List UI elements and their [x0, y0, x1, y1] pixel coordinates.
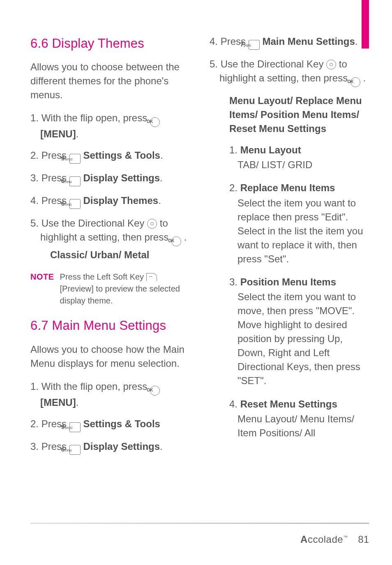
- sub-item: 4. Reset Menu SettingsMenu Layout/ Menu …: [229, 397, 369, 440]
- step: 5. Use the Directional Key to highlight …: [30, 216, 190, 262]
- page-footer: Accolade™ 81: [300, 534, 369, 545]
- sub-item: 2. Replace Menu ItemsSelect the item you…: [229, 181, 369, 266]
- intro-6-7: Allows you to choose how the Main Menu d…: [30, 343, 190, 370]
- step: 4. Press 6mno Display Themes.: [30, 194, 190, 209]
- options-6-6: Classic/ Urban/ Metal: [50, 248, 190, 262]
- page-accent-tab: [362, 0, 369, 49]
- intro-6-6: Allows you to choose between the differe…: [30, 60, 190, 102]
- step: 3. Press 6mno Display Settings.: [30, 171, 190, 186]
- step: 4. Press 7pqrs Main Menu Settings.: [210, 35, 369, 50]
- ok-icon: OK: [350, 77, 360, 87]
- key-9-icon: 9wxyz: [69, 154, 81, 164]
- step: 5. Use the Directional Key to highlight …: [210, 57, 369, 440]
- note-text: Press the Left Soft Key [Preview] to pre…: [60, 271, 190, 307]
- right-column: 4. Press 7pqrs Main Menu Settings. 5. Us…: [210, 35, 369, 462]
- sub-item: 3. Position Menu ItemsSelect the item yo…: [229, 275, 369, 388]
- sub-options: 1. Menu LayoutTAB/ LIST/ GRID 2. Replace…: [229, 143, 369, 440]
- directional-key-icon: [147, 219, 157, 229]
- directional-key-icon: [326, 60, 336, 69]
- page-number: 81: [358, 534, 369, 545]
- footer-divider: [30, 523, 369, 524]
- key-6-icon: 6mno: [69, 176, 81, 186]
- key-6-icon: 6mno: [69, 445, 81, 455]
- steps-6-6: 1. With the flip open, press OK [MENU]. …: [30, 111, 190, 262]
- step: 3. Press 6mno Display Settings.: [30, 440, 190, 455]
- left-soft-key-icon: [146, 273, 157, 281]
- ok-icon: OK: [150, 386, 160, 396]
- key-7-icon: 7pqrs: [249, 40, 260, 50]
- brand-name: Accolade™: [300, 534, 348, 545]
- heading-6-7: 6.7 Main Menu Settings: [30, 317, 190, 335]
- steps-6-7: 1. With the flip open, press OK [MENU]. …: [30, 380, 190, 455]
- step: 2. Press 9wxyz Settings & Tools: [30, 417, 190, 432]
- ok-icon: OK: [171, 236, 181, 246]
- menu-options: Menu Layout/ Replace Menu Items/ Positio…: [229, 94, 369, 136]
- left-column: 6.6 Display Themes Allows you to choose …: [30, 35, 190, 462]
- step: 1. With the flip open, press OK [MENU].: [30, 380, 190, 410]
- key-6-icon: 6mno: [69, 199, 81, 209]
- note-block: NOTE Press the Left Soft Key [Preview] t…: [30, 271, 190, 307]
- key-9-icon: 9wxyz: [69, 422, 81, 432]
- page-content: 6.6 Display Themes Allows you to choose …: [0, 0, 392, 462]
- ok-icon: OK: [150, 117, 160, 127]
- step: 1. With the flip open, press OK [MENU].: [30, 111, 190, 141]
- heading-6-6: 6.6 Display Themes: [30, 35, 190, 53]
- steps-6-7-cont: 4. Press 7pqrs Main Menu Settings. 5. Us…: [210, 35, 369, 440]
- note-label: NOTE: [30, 271, 54, 307]
- step: 2. Press 9wxyz Settings & Tools.: [30, 148, 190, 164]
- sub-item: 1. Menu LayoutTAB/ LIST/ GRID: [229, 143, 369, 172]
